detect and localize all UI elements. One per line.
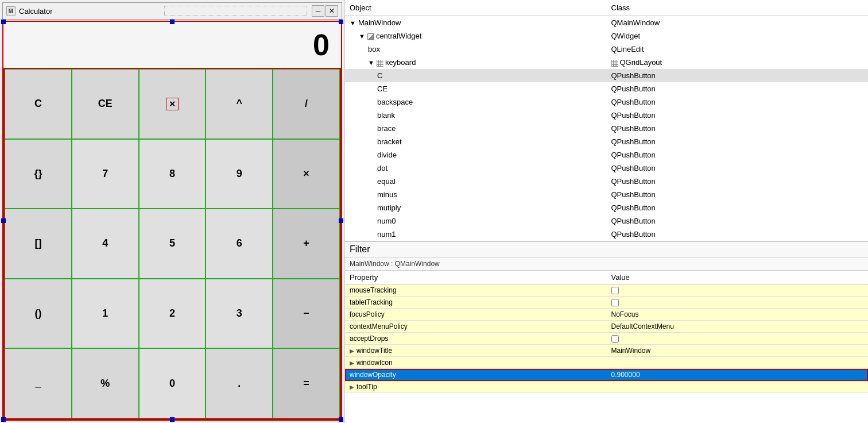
resize-handle-bm[interactable] xyxy=(170,417,175,422)
tree-row-mutiply[interactable]: mutiply QPushButton xyxy=(345,201,868,214)
btn-plus[interactable]: + xyxy=(273,209,340,279)
tree-cell-centralwidget-name: ▼centralWidget xyxy=(345,30,607,41)
btn-ce[interactable]: CE xyxy=(72,69,139,139)
prop-name-tablettracking: tabletTracking xyxy=(345,297,607,308)
btn-3[interactable]: 3 xyxy=(206,279,273,349)
checkbox-mousetracking[interactable] xyxy=(611,287,619,294)
btn-underscore[interactable]: _ xyxy=(5,348,72,418)
resize-handle-tm[interactable] xyxy=(170,20,175,24)
tree-row-C[interactable]: C QPushButton xyxy=(345,69,868,82)
value-column-header: Value xyxy=(607,271,869,284)
tree-cell-num0-name: num0 xyxy=(345,216,607,226)
btn-backspace[interactable]: ✕ xyxy=(139,69,206,139)
prop-value-tooltip xyxy=(607,381,869,393)
prop-value-acceptdrops[interactable] xyxy=(607,333,869,344)
prop-row-acceptdrops: acceptDrops xyxy=(345,333,868,345)
prop-value-tablettracking[interactable] xyxy=(607,297,869,308)
prop-row-mousetracking: mouseTracking xyxy=(345,284,868,297)
btn-7[interactable]: 7 xyxy=(72,139,139,209)
btn-percent[interactable]: % xyxy=(72,348,139,418)
btn-bracket[interactable]: [] xyxy=(5,209,72,279)
tree-row-num0[interactable]: num0 QPushButton xyxy=(345,214,868,228)
tree-cell-bracket-class: QPushButton xyxy=(607,136,869,147)
prop-value-focuspolicy: NoFocus xyxy=(607,309,869,320)
tree-row-divide[interactable]: divide QPushButton xyxy=(345,148,868,161)
resize-handle-br[interactable] xyxy=(339,417,343,422)
checkbox-tablettracking[interactable] xyxy=(611,299,619,306)
prop-name-acceptdrops: acceptDrops xyxy=(345,333,607,344)
tree-row-CE[interactable]: CE QPushButton xyxy=(345,82,868,95)
btn-equal[interactable]: = xyxy=(273,348,340,418)
tree-row-mainwindow[interactable]: ▼MainWindow QMainWindow xyxy=(345,16,868,29)
resize-handle-bl[interactable] xyxy=(1,417,6,422)
resize-handle-ml[interactable] xyxy=(1,218,6,223)
tree-cell-minus-name: minus xyxy=(345,189,607,200)
tree-row-minus[interactable]: minus QPushButton xyxy=(345,188,868,201)
tree-row-keyboard[interactable]: ▼keyboard QGridLayout xyxy=(345,56,868,69)
btn-clear[interactable]: C xyxy=(5,69,72,139)
checkbox-acceptdrops[interactable] xyxy=(611,335,619,343)
minimize-button[interactable]: ─ xyxy=(312,5,324,17)
tree-row-bracket[interactable]: bracket QPushButton xyxy=(345,135,868,148)
properties-section: MainWindow : QMainWindow Property Value … xyxy=(345,257,868,423)
btn-1[interactable]: 1 xyxy=(72,279,139,349)
calculator-panel: M Calculator ─ ✕ 0 C CE ✕ ^ / xyxy=(0,0,344,423)
prop-name-mousetracking: mouseTracking xyxy=(345,284,607,296)
prop-row-focuspolicy: focusPolicy NoFocus xyxy=(345,309,868,321)
titlebar-input[interactable] xyxy=(164,6,307,16)
expand-windowtitle: ▶ xyxy=(350,348,354,354)
btn-power[interactable]: ^ xyxy=(206,69,273,139)
prop-breadcrumb: MainWindow : QMainWindow xyxy=(345,257,868,271)
btn-9[interactable]: 9 xyxy=(206,139,273,209)
object-tree: Object Class ▼MainWindow QMainWindow ▼ce… xyxy=(345,0,868,241)
btn-multiply[interactable]: × xyxy=(273,139,340,209)
tree-cell-mutiply-class: QPushButton xyxy=(607,202,869,213)
tree-cell-blank-name: blank xyxy=(345,110,607,121)
prop-value-windowopacity: 0.900000 xyxy=(607,369,869,380)
resize-handle-tr[interactable] xyxy=(339,20,343,24)
expand-tooltip: ▶ xyxy=(350,384,354,390)
class-column-header: Class xyxy=(607,1,869,14)
btn-5[interactable]: 5 xyxy=(139,209,206,279)
tree-row-dot[interactable]: dot QPushButton xyxy=(345,161,868,175)
tree-cell-equal-class: QPushButton xyxy=(607,176,869,187)
expand-windowicon: ▶ xyxy=(350,360,354,366)
property-column-header: Property xyxy=(345,271,607,284)
btn-2[interactable]: 2 xyxy=(139,279,206,349)
btn-minus[interactable]: − xyxy=(273,279,340,349)
prop-name-contextmenupolicy: contextMenuPolicy xyxy=(345,321,607,332)
btn-8[interactable]: 8 xyxy=(139,139,206,209)
tree-cell-blank-class: QPushButton xyxy=(607,110,869,121)
btn-divide[interactable]: / xyxy=(273,69,340,139)
btn-paren[interactable]: () xyxy=(5,279,72,349)
btn-4[interactable]: 4 xyxy=(72,209,139,279)
tree-row-box[interactable]: box QLineEdit xyxy=(345,43,868,56)
close-button[interactable]: ✕ xyxy=(326,5,338,17)
btn-brace[interactable]: {} xyxy=(5,139,72,209)
filter-bar: Filter xyxy=(345,241,868,257)
tree-cell-C-name: C xyxy=(345,70,607,81)
tree-row-backspace[interactable]: backspace QPushButton xyxy=(345,95,868,109)
tree-cell-num1-name: num1 xyxy=(345,229,607,240)
prop-value-windowtitle: MainWindow xyxy=(607,345,869,356)
prop-row-tooltip: ▶toolTip xyxy=(345,381,868,393)
tree-cell-dot-name: dot xyxy=(345,163,607,174)
resize-handle-tl[interactable] xyxy=(1,20,6,24)
expand-arrow-centralwidget: ▼ xyxy=(359,33,365,40)
tree-cell-brace-name: brace xyxy=(345,123,607,134)
prop-value-windowicon xyxy=(607,357,869,368)
tree-row-blank[interactable]: blank QPushButton xyxy=(345,109,868,122)
tree-cell-bracket-name: bracket xyxy=(345,136,607,147)
btn-6[interactable]: 6 xyxy=(206,209,273,279)
prop-value-mousetracking[interactable] xyxy=(607,284,869,296)
tree-row-brace[interactable]: brace QPushButton xyxy=(345,122,868,135)
resize-handle-mr[interactable] xyxy=(339,218,343,223)
prop-row-windowopacity[interactable]: windowOpacity 0.900000 xyxy=(345,369,868,381)
tree-row-equal[interactable]: equal QPushButton xyxy=(345,175,868,188)
object-column-header: Object xyxy=(345,1,607,14)
btn-dot[interactable]: . xyxy=(206,348,273,418)
btn-0[interactable]: 0 xyxy=(139,348,206,418)
prop-name-windowicon: ▶windowIcon xyxy=(345,357,607,368)
tree-row-num1[interactable]: num1 QPushButton xyxy=(345,228,868,241)
tree-row-centralwidget[interactable]: ▼centralWidget QWidget xyxy=(345,29,868,43)
